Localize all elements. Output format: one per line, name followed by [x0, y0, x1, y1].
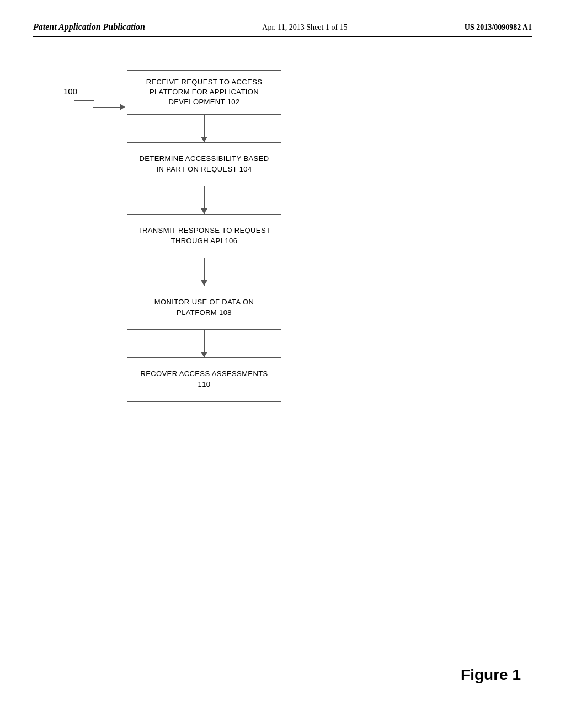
page-header: Patent Application Publication Apr. 11, …: [33, 22, 532, 37]
flowchart: RECEIVE REQUEST TO ACCESS PLATFORM FOR A…: [66, 70, 342, 402]
ref-line-horizontal: [74, 100, 94, 101]
page-container: Patent Application Publication Apr. 11, …: [0, 0, 565, 728]
figure-label: Figure 1: [461, 666, 521, 684]
connector-1: [204, 115, 205, 142]
date-sheet-label: Apr. 11, 2013 Sheet 1 of 15: [262, 23, 347, 32]
flow-box-110: RECOVER ACCESS ASSESSMENTS 110: [127, 357, 281, 402]
entry-horizontal-line: [93, 107, 123, 108]
connector-2: [204, 186, 205, 214]
connector-4: [204, 330, 205, 357]
box-102-text: RECEIVE REQUEST TO ACCESS PLATFORM FOR A…: [136, 77, 272, 108]
ref-line-vertical: [93, 94, 93, 108]
reference-100: 100: [63, 87, 77, 96]
flow-box-108: MONITOR USE OF DATA ON PLATFORM 108: [127, 286, 281, 330]
flow-box-104: DETERMINE ACCESSIBILITY BASED IN PART ON…: [127, 142, 281, 186]
box-110-text: RECOVER ACCESS ASSESSMENTS 110: [136, 369, 272, 389]
publication-label: Patent Application Publication: [33, 22, 145, 32]
box-104-text: DETERMINE ACCESSIBILITY BASED IN PART ON…: [136, 154, 272, 174]
patent-number-label: US 2013/0090982 A1: [465, 23, 532, 32]
box-106-text: TRANSMIT RESPONSE TO REQUEST THROUGH API…: [136, 226, 272, 245]
box-108-text: MONITOR USE OF DATA ON PLATFORM 108: [136, 297, 272, 317]
flow-box-106: TRANSMIT RESPONSE TO REQUEST THROUGH API…: [127, 214, 281, 258]
entry-arrowhead-icon: [120, 104, 125, 110]
flow-box-102: RECEIVE REQUEST TO ACCESS PLATFORM FOR A…: [127, 70, 281, 115]
diagram-wrapper: 100 RECEIVE REQUEST TO ACCESS PLATFORM F…: [33, 70, 364, 402]
connector-3: [204, 258, 205, 286]
